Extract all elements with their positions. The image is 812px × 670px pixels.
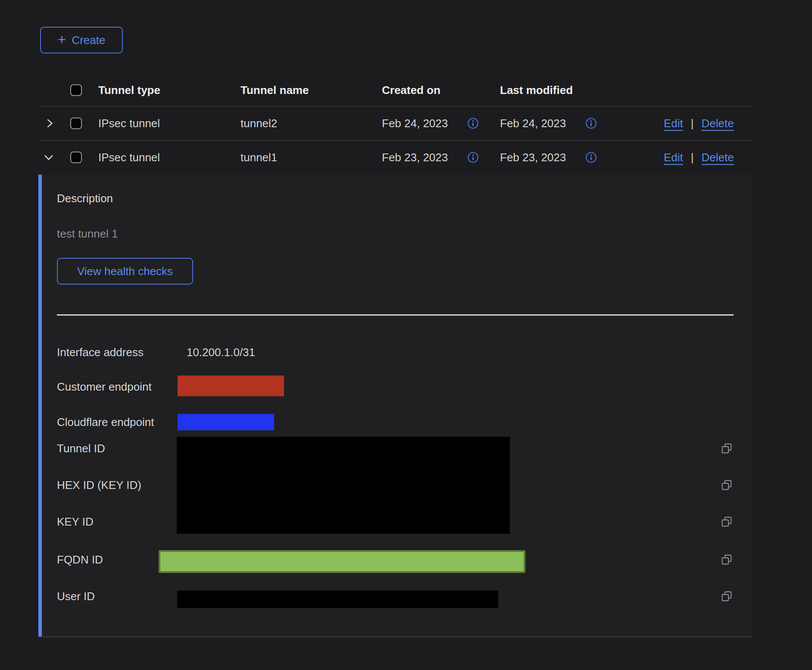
plus-icon: + [58, 32, 66, 47]
table-header-row: Tunnel type Tunnel name Created on Last … [0, 65, 812, 106]
last-modified-cell: Feb 23, 2023 [500, 151, 566, 164]
info-icon[interactable] [585, 152, 597, 163]
tunnel-name-cell: tunnel1 [240, 151, 277, 164]
create-button[interactable]: + Create [40, 27, 123, 53]
chevron-down-icon[interactable] [43, 152, 54, 163]
copy-user-id-icon[interactable] [721, 590, 733, 603]
info-icon[interactable] [467, 152, 479, 163]
hex-id-label: HEX ID (KEY ID) [57, 479, 141, 492]
cloudflare-endpoint-redacted-value [178, 414, 274, 430]
edit-link[interactable]: Edit [664, 116, 683, 130]
created-on-cell: Feb 23, 2023 [382, 151, 448, 164]
table-row: IPsec tunnel tunnel2 Feb 24, 2023 Feb 24… [0, 106, 812, 140]
tunnel-detail-panel: Description test tunnel 1 View health ch… [38, 175, 753, 637]
tunnel-id-label: Tunnel ID [57, 442, 105, 455]
tunnel-name-cell: tunnel2 [240, 116, 277, 130]
column-header-last-modified: Last modified [500, 83, 573, 97]
column-header-tunnel-name: Tunnel name [240, 83, 309, 97]
action-separator: | [691, 151, 694, 164]
fqdn-id-redacted-value [159, 550, 525, 573]
select-all-checkbox[interactable] [70, 84, 82, 96]
table-row: IPsec tunnel tunnel1 Feb 23, 2023 Feb 23… [0, 140, 812, 175]
column-header-tunnel-type: Tunnel type [98, 83, 160, 97]
tunnel-type-cell: IPsec tunnel [98, 151, 160, 164]
row-actions: Edit | Delete [664, 116, 734, 130]
fqdn-id-label: FQDN ID [57, 553, 103, 567]
copy-hex-id-icon[interactable] [721, 479, 733, 492]
created-on-cell: Feb 24, 2023 [382, 116, 448, 130]
interface-address-label: Interface address [57, 346, 144, 359]
info-icon[interactable] [467, 117, 479, 129]
action-separator: | [691, 116, 694, 130]
copy-tunnel-id-icon[interactable] [721, 442, 733, 455]
customer-endpoint-label: Customer endpoint [57, 380, 152, 394]
delete-link[interactable]: Delete [702, 116, 734, 130]
chevron-right-icon[interactable] [44, 118, 55, 129]
description-value: test tunnel 1 [57, 227, 118, 241]
tunnel-type-cell: IPsec tunnel [98, 116, 160, 130]
cloudflare-endpoint-label: Cloudflare endpoint [57, 416, 154, 429]
ids-redacted-value [177, 437, 510, 534]
interface-address-value: 10.200.1.0/31 [187, 346, 255, 359]
user-id-label: User ID [57, 590, 95, 603]
create-button-label: Create [72, 34, 105, 47]
section-divider [57, 314, 734, 316]
key-id-label: KEY ID [57, 515, 94, 529]
user-id-redacted-value [177, 591, 498, 608]
row-actions: Edit | Delete [664, 151, 734, 164]
copy-key-id-icon[interactable] [721, 516, 733, 528]
row-checkbox[interactable] [70, 152, 82, 163]
customer-endpoint-redacted-value [178, 376, 284, 396]
last-modified-cell: Feb 24, 2023 [500, 116, 566, 130]
description-label: Description [57, 192, 113, 205]
info-icon[interactable] [585, 117, 597, 129]
edit-link[interactable]: Edit [664, 151, 683, 164]
delete-link[interactable]: Delete [702, 151, 734, 164]
row-checkbox[interactable] [70, 117, 82, 129]
copy-fqdn-id-icon[interactable] [721, 554, 733, 566]
column-header-created-on: Created on [382, 83, 440, 97]
view-health-checks-button[interactable]: View health checks [57, 258, 193, 285]
expanded-row-indicator-bar [38, 175, 42, 636]
